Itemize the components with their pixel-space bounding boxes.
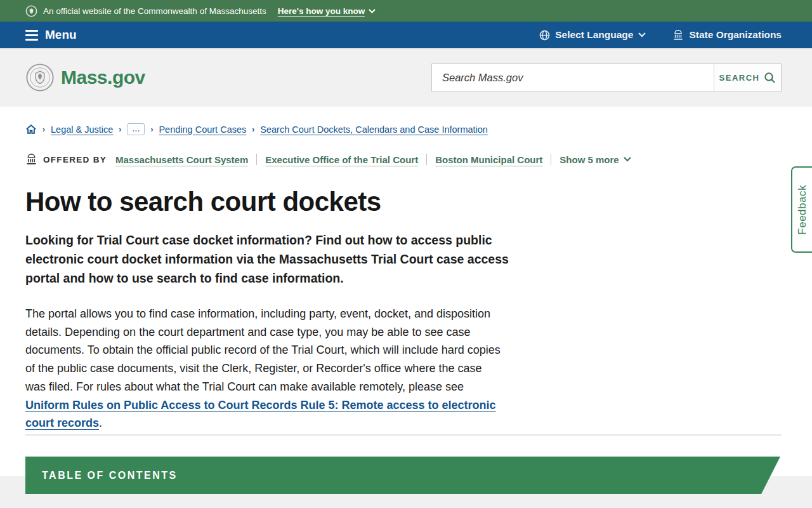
- intro-paragraph: Looking for Trial Court case docket info…: [25, 231, 536, 288]
- chevron-down-icon: [624, 157, 631, 162]
- breadcrumb-separator: ›: [150, 125, 153, 134]
- show-more-button[interactable]: Show 5 more: [560, 154, 631, 165]
- main-content: › Legal & Justice › ... › Pending Court …: [0, 107, 812, 436]
- breadcrumb-ellipsis[interactable]: ...: [127, 123, 145, 135]
- offered-org-boston-municipal[interactable]: Boston Municipal Court: [435, 154, 542, 165]
- search-button[interactable]: SEARCH: [714, 64, 781, 91]
- mass-gov-page: An official website of the Commonwealth …: [0, 0, 812, 508]
- official-banner: An official website of the Commonwealth …: [0, 0, 812, 22]
- search-input[interactable]: [432, 64, 714, 91]
- breadcrumb-separator: ›: [119, 125, 121, 134]
- breadcrumb-current-page[interactable]: Search Court Dockets, Calendars and Case…: [260, 124, 488, 135]
- body-paragraph: The portal allows you to find case infor…: [25, 305, 502, 432]
- offered-by-label: OFFERED BY: [25, 154, 107, 165]
- search-icon: [764, 72, 776, 84]
- feedback-label: Feedback: [796, 185, 809, 235]
- menu-button[interactable]: Menu: [25, 28, 77, 42]
- separator: [426, 154, 427, 165]
- chevron-down-icon: [369, 9, 376, 13]
- site-header: Mass.gov SEARCH: [0, 48, 812, 107]
- main-navbar: Menu Select Language: [0, 22, 812, 48]
- separator: [551, 154, 551, 165]
- heres-how-you-know-toggle[interactable]: Here's how you know: [278, 6, 376, 16]
- official-banner-text: An official website of the Commonwealth …: [43, 6, 266, 16]
- section-divider: [25, 434, 782, 436]
- breadcrumb: › Legal & Justice › ... › Pending Court …: [25, 123, 812, 135]
- chevron-down-icon: [638, 32, 646, 37]
- state-organizations-link[interactable]: State Organizations: [672, 29, 782, 41]
- hamburger-icon: [25, 30, 38, 41]
- home-icon[interactable]: [25, 124, 37, 135]
- page-title: How to search court dockets: [25, 187, 812, 217]
- breadcrumb-pending-court-cases[interactable]: Pending Court Cases: [159, 124, 246, 135]
- breadcrumb-legal-justice[interactable]: Legal & Justice: [51, 124, 113, 135]
- statehouse-icon: [672, 30, 684, 41]
- massgov-logo[interactable]: Mass.gov: [25, 63, 145, 92]
- globe-icon: [539, 30, 550, 41]
- massgov-logo-text: Mass.gov: [61, 67, 145, 88]
- search-bar: SEARCH: [431, 64, 782, 91]
- massgov-seal-icon: [25, 63, 55, 92]
- rule5-remote-access-link[interactable]: Uniform Rules on Public Access to Court …: [25, 399, 496, 430]
- breadcrumb-separator: ›: [252, 125, 254, 134]
- table-of-contents-header[interactable]: TABLE OF CONTENTS: [25, 457, 780, 494]
- offered-org-court-system[interactable]: Massachusetts Court System: [115, 154, 248, 165]
- state-seal-icon: [25, 5, 37, 17]
- separator: [256, 154, 257, 165]
- table-of-contents-label: TABLE OF CONTENTS: [42, 470, 178, 481]
- offered-by-row: OFFERED BY Massachusetts Court System Ex…: [25, 154, 812, 165]
- feedback-tab[interactable]: Feedback: [791, 166, 812, 253]
- select-language-button[interactable]: Select Language: [539, 29, 646, 41]
- offered-org-trial-court[interactable]: Executive Office of the Trial Court: [265, 154, 418, 165]
- breadcrumb-separator: ›: [43, 125, 45, 134]
- courthouse-icon: [25, 154, 37, 165]
